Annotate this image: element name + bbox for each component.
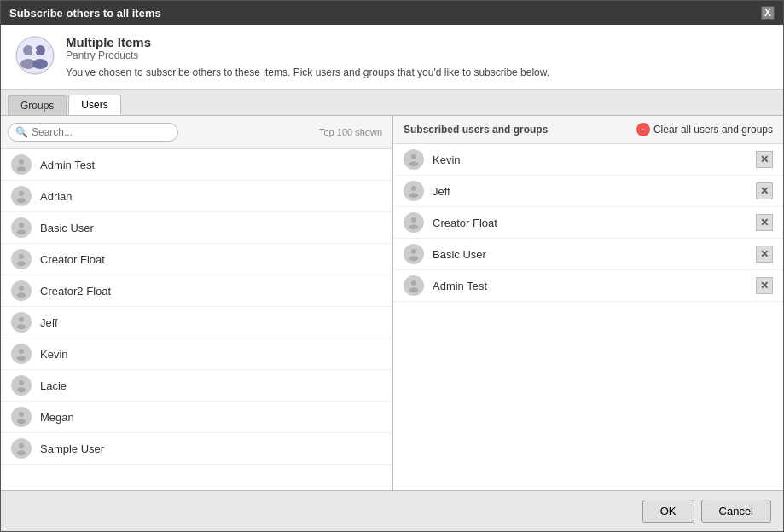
footer: OK Cancel <box>1 490 783 531</box>
user-name: Admin Test <box>40 159 95 171</box>
search-input-wrap[interactable]: 🔍 <box>8 123 178 142</box>
tabs-row: Groups Users <box>1 90 783 116</box>
svg-point-14 <box>19 286 24 291</box>
svg-point-28 <box>411 186 416 191</box>
avatar <box>404 212 424 233</box>
user-list: Admin Test Adrian Basic User <box>1 149 392 490</box>
remove-button[interactable]: ✕ <box>756 214 773 231</box>
list-item: Admin Test ✕ <box>393 270 783 302</box>
svg-point-33 <box>409 256 419 261</box>
avatar <box>11 312 32 332</box>
svg-point-4 <box>32 59 48 69</box>
user-name: Kevin <box>40 348 68 361</box>
list-item[interactable]: Sample User <box>1 433 392 465</box>
svg-point-15 <box>17 292 26 298</box>
avatar <box>11 344 32 364</box>
avatar <box>11 407 32 427</box>
avatar <box>11 154 32 175</box>
tab-users[interactable]: Users <box>68 95 120 115</box>
search-input[interactable] <box>32 126 160 138</box>
user-name: Sample User <box>40 442 104 455</box>
list-item[interactable]: Admin Test <box>1 149 392 181</box>
header-text: Multiple Items Pantry Products You've ch… <box>66 35 549 78</box>
svg-point-24 <box>19 443 24 448</box>
svg-point-35 <box>409 287 419 292</box>
avatar <box>404 181 424 201</box>
avatar <box>404 244 424 264</box>
list-item[interactable]: Jeff <box>1 307 392 338</box>
svg-point-27 <box>409 161 419 166</box>
cancel-button[interactable]: Cancel <box>701 500 771 523</box>
remove-button[interactable]: ✕ <box>756 182 773 200</box>
left-panel: 🔍 Top 100 shown Admin Test <box>1 116 393 490</box>
svg-point-26 <box>411 154 416 159</box>
subscribed-title: Subscribed users and groups <box>404 124 548 136</box>
remove-button[interactable]: ✕ <box>756 277 773 294</box>
list-item[interactable]: Megan <box>1 402 392 433</box>
svg-point-13 <box>17 261 26 266</box>
svg-point-12 <box>19 254 24 259</box>
svg-point-0 <box>16 37 54 74</box>
svg-point-29 <box>409 193 419 198</box>
avatar <box>11 438 32 459</box>
avatar <box>11 186 32 206</box>
svg-point-10 <box>19 223 24 228</box>
subscribe-dialog: Subscribe others to all items X Multiple… <box>0 0 784 532</box>
svg-point-34 <box>411 280 416 286</box>
svg-point-32 <box>411 249 416 254</box>
svg-point-16 <box>19 317 24 322</box>
svg-point-21 <box>17 387 26 392</box>
user-name: Jeff <box>40 316 58 329</box>
list-item[interactable]: Adrian <box>1 181 392 212</box>
svg-point-23 <box>17 419 26 424</box>
list-item[interactable]: Creator2 Float <box>1 275 392 307</box>
subscribed-list: Kevin ✕ Jeff ✕ Creator Float ✕ <box>393 144 783 490</box>
svg-point-30 <box>411 217 416 223</box>
svg-point-22 <box>19 412 24 417</box>
subscribed-user-name: Creator Float <box>433 217 747 229</box>
title-bar: Subscribe others to all items X <box>1 1 783 25</box>
right-panel-header: Subscribed users and groups − Clear all … <box>393 116 783 144</box>
search-icon: 🔍 <box>15 126 28 138</box>
remove-button[interactable]: ✕ <box>756 151 773 168</box>
clear-all-button[interactable]: − Clear all users and groups <box>636 123 773 136</box>
clear-icon: − <box>636 123 650 136</box>
avatar <box>11 217 32 238</box>
svg-point-11 <box>17 229 26 234</box>
avatar <box>404 149 424 170</box>
dialog-title: Subscribe others to all items <box>9 7 161 20</box>
list-item[interactable]: Kevin <box>1 338 392 370</box>
close-button[interactable]: X <box>761 6 775 20</box>
svg-point-25 <box>17 450 26 455</box>
main-content: 🔍 Top 100 shown Admin Test <box>1 116 783 490</box>
svg-point-17 <box>17 324 26 329</box>
svg-point-8 <box>19 191 24 196</box>
right-panel: Subscribed users and groups − Clear all … <box>393 116 783 490</box>
svg-point-6 <box>19 159 24 165</box>
search-bar: 🔍 Top 100 shown <box>1 116 392 149</box>
user-name: Adrian <box>40 190 73 203</box>
tab-groups[interactable]: Groups <box>8 95 67 115</box>
clear-all-label: Clear all users and groups <box>653 124 773 136</box>
user-name: Creator2 Float <box>40 285 111 298</box>
subscribed-user-name: Jeff <box>433 185 747 198</box>
svg-point-31 <box>409 224 419 229</box>
group-icon <box>15 35 55 76</box>
list-item[interactable]: Basic User <box>1 212 392 244</box>
top-100-label: Top 100 shown <box>319 127 386 137</box>
list-item: Basic User ✕ <box>393 239 783 270</box>
list-item[interactable]: Lacie <box>1 370 392 402</box>
description-text: You've chosen to subscribe others to the… <box>66 66 549 78</box>
svg-point-7 <box>17 166 26 171</box>
user-name: Megan <box>40 411 74 424</box>
svg-point-5 <box>32 48 37 53</box>
header-section: Multiple Items Pantry Products You've ch… <box>1 25 783 90</box>
remove-button[interactable]: ✕ <box>756 246 773 263</box>
ok-button[interactable]: OK <box>642 500 694 523</box>
user-name: Basic User <box>40 222 94 234</box>
avatar <box>404 275 424 296</box>
subscribed-user-name: Kevin <box>433 153 747 166</box>
avatar <box>11 280 32 301</box>
item-title: Multiple Items <box>66 35 549 49</box>
list-item[interactable]: Creator Float <box>1 244 392 275</box>
